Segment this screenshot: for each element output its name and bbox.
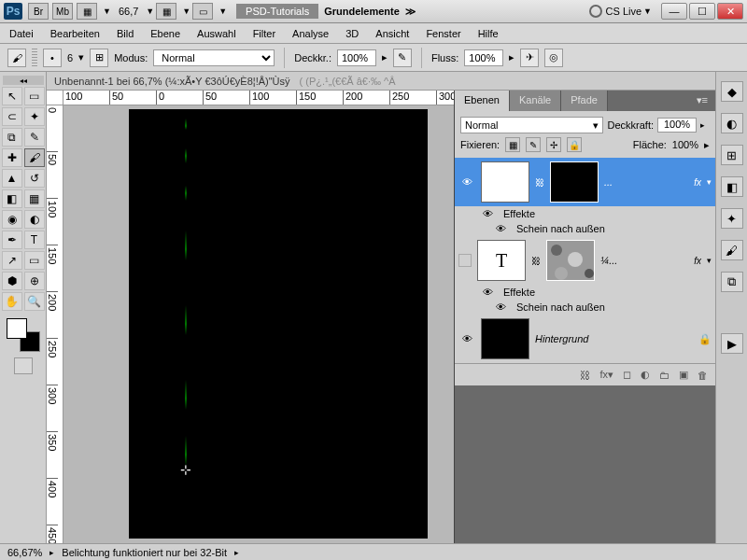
bridge-icon[interactable]: Br — [28, 3, 49, 20]
layer-name[interactable]: ¼... — [600, 255, 688, 266]
dock-color-icon[interactable]: ◆ — [721, 81, 743, 102]
brush-preset-icon[interactable]: • — [43, 49, 62, 67]
tab-kanaele[interactable]: Kanäle — [510, 91, 561, 111]
dropdown-icon[interactable]: ▸ — [382, 51, 388, 63]
dock-masks-icon[interactable]: ◧ — [721, 176, 743, 197]
stamp-tool[interactable]: ▲ — [2, 169, 22, 188]
workspace-sublabel[interactable]: Grundelemente — [324, 6, 400, 17]
layer-name[interactable]: Hintergrund — [535, 333, 693, 344]
lasso-tool[interactable]: ⊂ — [2, 107, 22, 126]
dropdown-icon[interactable]: ▸ — [700, 120, 710, 130]
dropdown-icon[interactable]: ▸ — [509, 51, 514, 63]
view-extras-icon[interactable]: ▦ — [156, 3, 176, 20]
fx-schein-row[interactable]: 👁Schein nach außen — [455, 221, 715, 236]
menu-filter[interactable]: Filter — [253, 28, 275, 39]
dock-brush-icon[interactable]: 🖌 — [721, 240, 743, 260]
cslive-button[interactable]: CS Live ▼ — [589, 5, 654, 18]
gradient-tool[interactable]: ▦ — [24, 189, 45, 208]
layer-row-background[interactable]: 👁 Hintergrund 🔒 — [455, 315, 715, 363]
blur-tool[interactable]: ◉ — [2, 210, 22, 229]
pressure-size-icon[interactable]: ◎ — [544, 49, 563, 67]
layer-mask[interactable] — [546, 240, 595, 281]
document-tab[interactable]: Unbenannt-1 bei 66,7% (¼:xÃ•Y €3ôÚ€yÈ8¦!… — [47, 72, 715, 91]
lock-all-icon[interactable]: 🔒 — [567, 137, 582, 152]
screen-mode-icon[interactable]: ▭ — [192, 3, 213, 20]
dropdown-icon[interactable]: ▼ — [146, 7, 154, 16]
status-zoom[interactable]: 66,67% — [7, 547, 42, 558]
dock-adjustments-icon[interactable]: ⊞ — [721, 145, 743, 165]
shape-tool[interactable]: ▭ — [24, 251, 45, 270]
menu-hilfe[interactable]: Hilfe — [478, 28, 499, 39]
crop-tool[interactable]: ⧉ — [2, 128, 22, 147]
lock-position-icon[interactable]: ✢ — [546, 137, 561, 152]
canvas[interactable]: ⊹ — [129, 109, 428, 539]
eyedropper-tool[interactable]: ✎ — [24, 128, 45, 147]
dropdown-icon[interactable]: ▼ — [218, 7, 227, 16]
path-select-tool[interactable]: ↗ — [2, 251, 22, 270]
dock-swatches-icon[interactable]: ◐ — [721, 113, 743, 133]
marquee-tool[interactable]: ▭ — [24, 87, 45, 105]
fx-icon[interactable]: fx▾ — [599, 369, 613, 381]
zoom-level[interactable]: 66,7 — [119, 6, 138, 17]
menu-ebene[interactable]: Ebene — [150, 28, 180, 39]
fx-schein-row[interactable]: 👁Schein nach außen — [455, 300, 715, 315]
link-layers-icon[interactable]: ⛓ — [580, 370, 590, 381]
delete-icon[interactable]: 🗑 — [698, 370, 708, 381]
layer-name[interactable]: ... — [604, 176, 688, 188]
layer-opacity-field[interactable]: 100% — [657, 118, 697, 133]
new-layer-icon[interactable]: ▣ — [679, 369, 688, 381]
wand-tool[interactable]: ✦ — [24, 107, 45, 126]
photoshop-icon[interactable]: Ps — [4, 3, 22, 20]
expand-icon[interactable]: ≫ — [405, 6, 416, 18]
menu-auswahl[interactable]: Auswahl — [197, 28, 236, 39]
dock-styles-icon[interactable]: ✦ — [721, 208, 743, 229]
dock-history-icon[interactable]: ⧉ — [721, 272, 743, 292]
fx-badge[interactable]: fx — [694, 177, 701, 188]
menu-analyse[interactable]: Analyse — [292, 28, 329, 39]
layer-row[interactable]: T ⛓ ¼... fx▾ — [455, 236, 715, 285]
type-tool[interactable]: T — [24, 231, 45, 249]
layer-blend-select[interactable]: Normal▾ — [460, 117, 603, 133]
layer-thumbnail[interactable]: T — [477, 240, 526, 281]
layer-mask[interactable] — [550, 161, 599, 203]
close-button[interactable]: ✕ — [717, 3, 743, 20]
airbrush-icon[interactable]: ✈ — [520, 49, 539, 67]
opacity-field[interactable]: 100% — [337, 49, 376, 66]
tab-ebenen[interactable]: Ebenen — [455, 91, 510, 111]
hand-tool[interactable]: ✋ — [2, 292, 22, 311]
brush-panel-icon[interactable]: ⊞ — [90, 49, 108, 67]
history-brush-tool[interactable]: ↺ — [24, 169, 45, 188]
group-icon[interactable]: 🗀 — [659, 370, 669, 381]
pen-tool[interactable]: ✒ — [2, 231, 22, 249]
blend-mode-select[interactable]: Normal — [153, 49, 275, 66]
fx-badge[interactable]: fx — [694, 256, 701, 266]
menu-bild[interactable]: Bild — [117, 28, 134, 39]
lock-pixels-icon[interactable]: ✎ — [526, 137, 541, 152]
dock-play-icon[interactable]: ▶ — [721, 333, 743, 354]
panel-menu-icon[interactable]: ▾≡ — [689, 91, 715, 111]
layer-thumbnail[interactable]: T — [481, 161, 529, 203]
collapse-icon[interactable]: ◂◂ — [3, 76, 44, 85]
visibility-icon[interactable]: 👁 — [458, 175, 475, 189]
healing-tool[interactable]: ✚ — [2, 148, 22, 167]
layout-icon[interactable]: ▦ — [77, 3, 97, 20]
3d-camera-tool[interactable]: ⊕ — [24, 272, 45, 290]
grip-icon[interactable] — [32, 49, 37, 67]
layer-row[interactable]: 👁 T ⛓ ... fx▾ — [455, 158, 715, 206]
maximize-button[interactable]: ☐ — [689, 3, 715, 20]
fg-color[interactable] — [7, 318, 27, 339]
tab-pfade[interactable]: Pfade — [561, 91, 608, 111]
3d-tool[interactable]: ⬢ — [2, 272, 22, 290]
fx-effekte-row[interactable]: 👁Effekte — [455, 285, 715, 300]
menu-datei[interactable]: Datei — [9, 28, 34, 39]
minimize-button[interactable]: — — [661, 3, 687, 20]
visibility-icon[interactable] — [458, 254, 472, 267]
quickmask-icon[interactable] — [14, 357, 33, 374]
minibridge-icon[interactable]: Mb — [52, 3, 73, 20]
layer-fill-field[interactable]: 100% — [672, 139, 698, 150]
dropdown-icon[interactable]: ▾ — [78, 51, 84, 63]
menu-bearbeiten[interactable]: Bearbeiten — [50, 28, 100, 39]
fx-effekte-row[interactable]: 👁Effekte — [455, 206, 715, 221]
move-tool[interactable]: ↖ — [2, 87, 22, 105]
visibility-icon[interactable]: 👁 — [458, 331, 475, 346]
